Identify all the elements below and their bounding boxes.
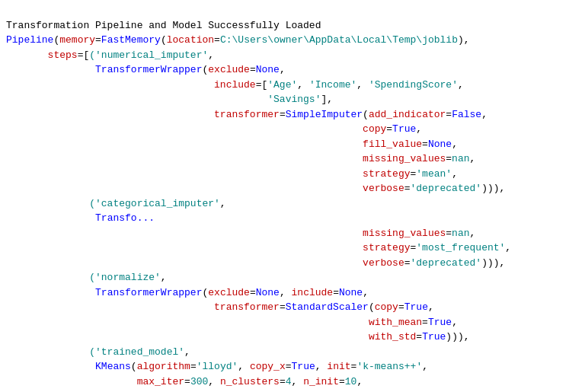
- line-header: Transformation Pipeline and Model Succes…: [6, 20, 511, 393]
- code-output: Transformation Pipeline and Model Succes…: [6, 3, 579, 392]
